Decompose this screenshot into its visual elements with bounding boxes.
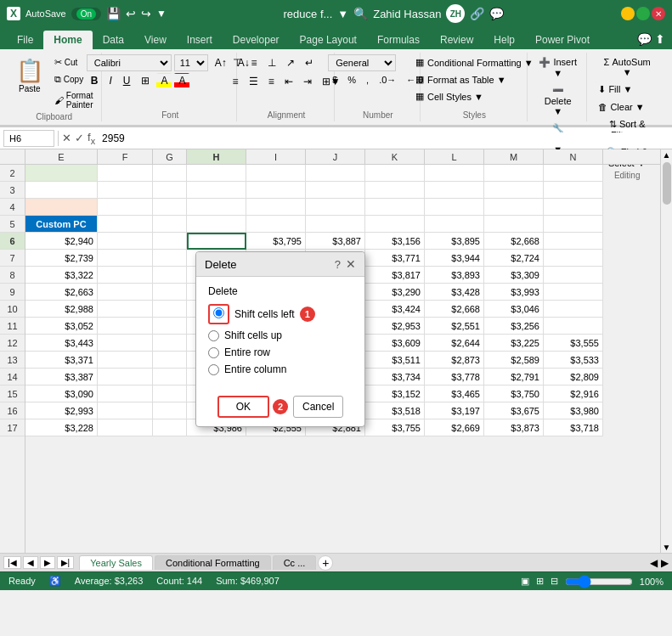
autosum-button[interactable]: Σ AutoSum ▼: [594, 54, 660, 80]
cells-group: ➕ Insert ▼ ➖ Delete ▼ 🔧 Format ▼ Cells: [529, 53, 587, 121]
align-bottom-button[interactable]: ⊥: [263, 54, 280, 71]
cancel-button[interactable]: Cancel: [293, 396, 343, 418]
minimize-button[interactable]: [621, 7, 635, 20]
comments-icon[interactable]: 💬: [489, 7, 504, 20]
comma-button[interactable]: ,: [362, 73, 373, 87]
tab-help[interactable]: Help: [483, 31, 525, 49]
undo-icon[interactable]: ↩: [126, 7, 136, 20]
radio-option-entire-row: Entire row: [208, 346, 353, 358]
zoom-level: 100%: [640, 577, 664, 587]
add-sheet-button[interactable]: +: [318, 555, 333, 571]
format-as-table-button[interactable]: ▦ Format as Table ▼: [409, 71, 512, 87]
sheet-tab-conditional-formatting[interactable]: Conditional Formatting: [155, 555, 271, 570]
status-average: Average: $3,263: [75, 576, 144, 587]
tab-formulas[interactable]: Formulas: [367, 31, 430, 49]
radio-entire-row[interactable]: [208, 347, 219, 358]
view-page-layout-icon[interactable]: ⊞: [536, 576, 544, 587]
font-size-select[interactable]: 11: [174, 54, 208, 71]
paste-button[interactable]: 📋 Paste: [11, 54, 48, 97]
align-center-button[interactable]: ☰: [245, 73, 263, 90]
font-color-button[interactable]: A: [174, 73, 189, 88]
sheet-tab-cc[interactable]: Cc ...: [273, 555, 317, 570]
font-select[interactable]: Calibri: [87, 54, 172, 71]
fill-color-button[interactable]: A: [156, 73, 172, 88]
tab-developer[interactable]: Developer: [223, 31, 290, 49]
cut-label: Cut: [65, 58, 78, 67]
number-group: General $ % , .0→ ←.0 Number: [336, 53, 421, 121]
alignment-group: ⊤ ≡ ⊥ ↗ ↵ ≡ ☰ ≡ ⇤ ⇥ ⊞▼ Alignment: [239, 53, 335, 121]
customize-icon[interactable]: ▼: [156, 8, 167, 20]
close-button[interactable]: ✕: [652, 7, 665, 20]
dialog-close-icon[interactable]: ✕: [346, 257, 356, 271]
tab-home[interactable]: Home: [43, 31, 92, 49]
formula-divider: [58, 131, 59, 146]
radio-shift-left[interactable]: [213, 307, 224, 318]
percent-button[interactable]: %: [343, 73, 360, 87]
ribbon-share-icon[interactable]: ⬆: [655, 32, 665, 46]
autosave-state[interactable]: On: [76, 8, 96, 20]
share-icon[interactable]: 🔗: [470, 7, 484, 20]
conditional-formatting-icon: ▦: [415, 57, 424, 68]
save-icon[interactable]: 💾: [106, 7, 121, 20]
tab-insert[interactable]: Insert: [177, 31, 223, 49]
indent-decrease-button[interactable]: ⇤: [280, 73, 297, 90]
sheet-nav-prev[interactable]: ◀: [23, 556, 38, 569]
dropdown-icon[interactable]: ▼: [337, 8, 348, 20]
increase-decimal-button[interactable]: .0→: [375, 73, 400, 87]
formula-input[interactable]: [99, 132, 669, 144]
italic-button[interactable]: I: [104, 73, 116, 88]
currency-button[interactable]: $: [328, 73, 342, 87]
bold-button[interactable]: B: [87, 73, 103, 88]
radio-shift-up[interactable]: [208, 330, 219, 341]
redo-icon[interactable]: ↪: [141, 7, 151, 20]
search-icon[interactable]: 🔍: [353, 7, 368, 20]
fill-button[interactable]: ⬇ Fill ▼: [594, 82, 660, 98]
underline-button[interactable]: U: [119, 73, 135, 88]
tab-file[interactable]: File: [7, 31, 43, 49]
view-normal-icon[interactable]: ▣: [521, 576, 529, 587]
clear-button[interactable]: 🗑 Clear ▼: [594, 99, 660, 115]
sheet-nav-next[interactable]: ▶: [40, 556, 55, 569]
accessibility-icon: ♿: [49, 576, 61, 587]
scroll-sheets-left[interactable]: ◀: [650, 557, 658, 569]
tab-data[interactable]: Data: [93, 31, 134, 49]
scroll-sheets-right[interactable]: ▶: [661, 557, 669, 569]
sheet-nav-last[interactable]: ▶|: [57, 556, 75, 569]
align-middle-button[interactable]: ≡: [247, 54, 262, 71]
formula-icons: ✕ ✓ fx: [62, 131, 95, 146]
dialog-help-icon[interactable]: ?: [335, 258, 341, 271]
paste-label: Paste: [19, 84, 41, 93]
autosave-toggle[interactable]: On: [71, 8, 101, 20]
tab-power-pivot[interactable]: Power Pivot: [525, 31, 600, 49]
conditional-formatting-button[interactable]: ▦ Conditional Formatting ▼: [409, 54, 539, 70]
align-right-button[interactable]: ≡: [264, 73, 279, 90]
ok-button[interactable]: OK: [217, 396, 269, 418]
radio-highlight-1: [208, 304, 229, 324]
insert-function-icon[interactable]: fx: [88, 131, 95, 146]
zoom-slider[interactable]: [565, 577, 633, 586]
radio-entire-col[interactable]: [208, 364, 219, 375]
status-ready: Ready: [8, 576, 36, 587]
tab-page-layout[interactable]: Page Layout: [290, 31, 367, 49]
sheet-tab-yearly-sales[interactable]: Yearly Sales: [79, 555, 153, 570]
view-page-break-icon[interactable]: ⊟: [551, 576, 558, 587]
wrap-text-button[interactable]: ↵: [301, 54, 318, 71]
align-left-button[interactable]: ≡: [229, 73, 243, 90]
number-format-select[interactable]: General: [328, 54, 396, 71]
name-box[interactable]: [3, 130, 54, 147]
tab-review[interactable]: Review: [430, 31, 483, 49]
border-button[interactable]: ⊞: [137, 73, 154, 88]
delete-cells-button[interactable]: ➖ Delete ▼: [534, 82, 581, 119]
cancel-formula-icon[interactable]: ✕: [62, 132, 71, 144]
maximize-button[interactable]: [636, 7, 650, 20]
confirm-formula-icon[interactable]: ✓: [75, 132, 84, 144]
orientation-button[interactable]: ↗: [282, 54, 299, 71]
cell-styles-button[interactable]: ▦ Cell Styles ▼: [409, 88, 489, 104]
sheet-nav-first[interactable]: |◀: [3, 556, 21, 569]
indent-increase-button[interactable]: ⇥: [299, 73, 316, 90]
tab-view[interactable]: View: [134, 31, 177, 49]
title-bar-left: X AutoSave On 💾 ↩ ↪ ▼: [7, 7, 167, 20]
align-top-button[interactable]: ⊤: [229, 54, 246, 71]
ribbon-comment-icon[interactable]: 💬: [637, 32, 652, 46]
insert-cells-button[interactable]: ➕ Insert ▼: [534, 54, 581, 81]
